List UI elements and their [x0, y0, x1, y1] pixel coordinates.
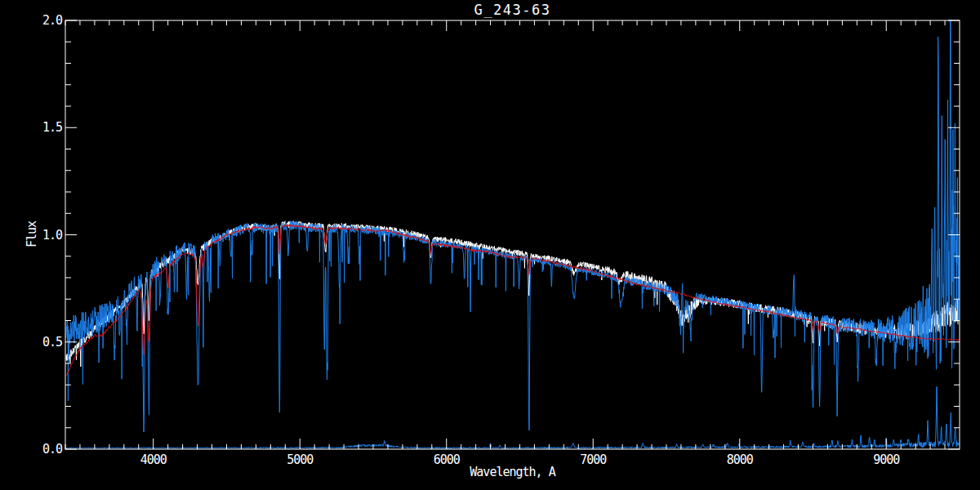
- spectrum-chart-canvas: 4000500060007000800090000.00.51.01.52.0: [0, 0, 980, 490]
- y-tick-label: 1.0: [42, 228, 63, 243]
- y-tick-label: 1.5: [42, 120, 62, 135]
- y-tick-label: 0.0: [42, 442, 63, 457]
- chart-title: G_243-63: [65, 2, 960, 18]
- y-axis-label: Flux: [24, 221, 39, 247]
- x-axis-label: Wavelength, A: [65, 465, 960, 479]
- spectrum-plot-window: 4000500060007000800090000.00.51.01.52.0 …: [0, 0, 980, 490]
- series-observed-spectrum-blue: [66, 20, 959, 432]
- axis-ticks: [65, 20, 960, 449]
- plot-frame: [65, 20, 960, 449]
- y-tick-label: 2.0: [42, 13, 63, 28]
- series-sky-spectrum-blue: [66, 387, 959, 449]
- y-tick-label: 0.5: [42, 335, 62, 350]
